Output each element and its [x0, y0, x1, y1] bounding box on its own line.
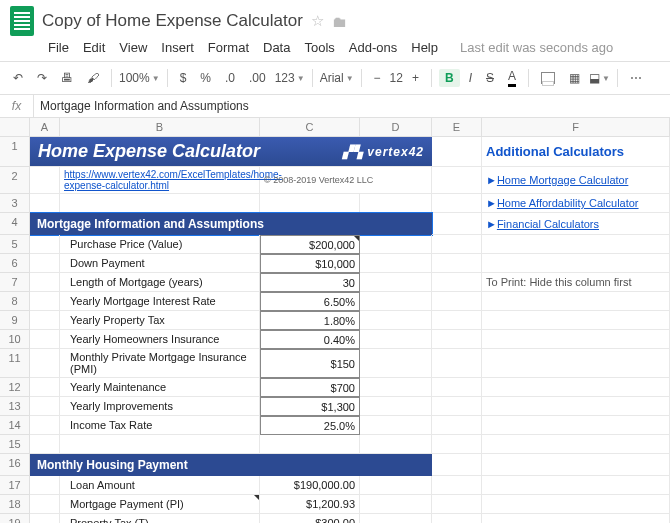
- italic-button[interactable]: I: [464, 68, 477, 88]
- row-header[interactable]: 15: [0, 435, 30, 454]
- text-color-button[interactable]: A: [503, 66, 521, 90]
- sidebar-link[interactable]: Home Affordability Calculator: [497, 197, 639, 209]
- row-header[interactable]: 16: [0, 454, 30, 476]
- menu-help[interactable]: Help: [411, 40, 438, 55]
- font-size-decrease[interactable]: −: [369, 68, 386, 88]
- toolbar: ↶ ↷ 🖶 🖌 100%▼ $ % .0 .00 123▼ Arial▼ − 1…: [0, 61, 670, 95]
- sidebar-link[interactable]: Financial Calculators: [497, 218, 599, 230]
- row-header[interactable]: 10: [0, 330, 30, 349]
- redo-button[interactable]: ↷: [32, 68, 52, 88]
- number-format-select[interactable]: 123▼: [275, 71, 305, 85]
- font-size-increase[interactable]: +: [407, 68, 424, 88]
- title-banner[interactable]: Home Expense Calculator ▞▚ vertex42: [30, 137, 432, 167]
- value-cell[interactable]: 0.40%: [260, 330, 360, 349]
- zoom-select[interactable]: 100%▼: [119, 71, 160, 85]
- menu-tools[interactable]: Tools: [304, 40, 334, 55]
- label-cell[interactable]: Yearly Mortgage Interest Rate: [60, 292, 260, 311]
- col-header-c[interactable]: C: [260, 118, 360, 137]
- merge-button[interactable]: ⬓▼: [589, 71, 610, 85]
- copyright-text: © 2008-2019 Vertex42 LLC: [260, 167, 432, 194]
- bold-button[interactable]: B: [439, 69, 460, 87]
- spreadsheet-grid[interactable]: A B C D E F 1 Home Expense Calculator ▞▚…: [0, 118, 670, 523]
- label-cell[interactable]: Loan Amount: [60, 476, 260, 495]
- value-cell[interactable]: 6.50%: [260, 292, 360, 311]
- label-cell[interactable]: Yearly Maintenance: [60, 378, 260, 397]
- menu-addons[interactable]: Add-ons: [349, 40, 397, 55]
- label-cell[interactable]: Property Tax (T): [60, 514, 260, 523]
- folder-icon[interactable]: 🖿: [332, 13, 347, 30]
- value-cell[interactable]: 25.0%: [260, 416, 360, 435]
- borders-button[interactable]: ▦: [564, 68, 585, 88]
- undo-button[interactable]: ↶: [8, 68, 28, 88]
- label-cell[interactable]: Income Tax Rate: [60, 416, 260, 435]
- menu-format[interactable]: Format: [208, 40, 249, 55]
- label-cell[interactable]: Mortgage Payment (PI): [60, 495, 260, 514]
- menu-insert[interactable]: Insert: [161, 40, 194, 55]
- font-size-value[interactable]: 12: [390, 71, 403, 85]
- row-header[interactable]: 13: [0, 397, 30, 416]
- row-header[interactable]: 1: [0, 137, 30, 167]
- paint-format-button[interactable]: 🖌: [82, 68, 104, 88]
- col-header-a[interactable]: A: [30, 118, 60, 137]
- sidebar-title: Additional Calculators: [486, 144, 624, 159]
- row-header[interactable]: 19: [0, 514, 30, 523]
- value-cell[interactable]: 1.80%: [260, 311, 360, 330]
- col-header-f[interactable]: F: [482, 118, 670, 137]
- row-header[interactable]: 5: [0, 235, 30, 254]
- row-header[interactable]: 11: [0, 349, 30, 378]
- menu-data[interactable]: Data: [263, 40, 290, 55]
- strike-button[interactable]: S: [481, 68, 499, 88]
- value-cell[interactable]: $150: [260, 349, 360, 378]
- increase-decimal-button[interactable]: .00: [244, 68, 271, 88]
- value-cell[interactable]: $1,200.93: [260, 495, 360, 514]
- row-header[interactable]: 17: [0, 476, 30, 495]
- banner-title: Home Expense Calculator: [38, 141, 260, 162]
- sidebar-link[interactable]: Home Mortgage Calculator: [497, 174, 628, 186]
- value-cell[interactable]: $190,000.00: [260, 476, 360, 495]
- col-header-e[interactable]: E: [432, 118, 482, 137]
- row-header[interactable]: 14: [0, 416, 30, 435]
- value-cell[interactable]: 30: [260, 273, 360, 292]
- row-header[interactable]: 8: [0, 292, 30, 311]
- more-toolbar-button[interactable]: ⋯: [625, 68, 647, 88]
- value-cell[interactable]: $300.00: [260, 514, 360, 523]
- row-header[interactable]: 2: [0, 167, 30, 194]
- label-cell[interactable]: Yearly Homeowners Insurance: [60, 330, 260, 349]
- row-header[interactable]: 6: [0, 254, 30, 273]
- row-header[interactable]: 9: [0, 311, 30, 330]
- label-cell[interactable]: Length of Mortgage (years): [60, 273, 260, 292]
- fill-color-button[interactable]: [536, 69, 560, 87]
- decrease-decimal-button[interactable]: .0: [220, 68, 240, 88]
- row-header[interactable]: 4: [0, 213, 30, 235]
- value-cell[interactable]: $1,300: [260, 397, 360, 416]
- section-mortgage-header[interactable]: Mortgage Information and Assumptions: [30, 213, 432, 235]
- menu-file[interactable]: File: [48, 40, 69, 55]
- currency-button[interactable]: $: [175, 68, 192, 88]
- print-button[interactable]: 🖶: [56, 68, 78, 88]
- label-cell[interactable]: Monthly Private Mortgage Insurance (PMI): [60, 349, 260, 378]
- col-header-d[interactable]: D: [360, 118, 432, 137]
- label-cell[interactable]: Yearly Property Tax: [60, 311, 260, 330]
- row-header[interactable]: 18: [0, 495, 30, 514]
- menu-edit[interactable]: Edit: [83, 40, 105, 55]
- value-cell[interactable]: $10,000: [260, 254, 360, 273]
- label-cell[interactable]: Yearly Improvements: [60, 397, 260, 416]
- doc-title[interactable]: Copy of Home Expense Calculator: [42, 11, 303, 31]
- label-cell[interactable]: Down Payment: [60, 254, 260, 273]
- sheets-logo-icon[interactable]: [10, 6, 34, 36]
- row-header[interactable]: 12: [0, 378, 30, 397]
- section-housing-header[interactable]: Monthly Housing Payment: [30, 454, 432, 476]
- row-header[interactable]: 7: [0, 273, 30, 292]
- menu-view[interactable]: View: [119, 40, 147, 55]
- row-header[interactable]: 3: [0, 194, 30, 213]
- label-cell[interactable]: Purchase Price (Value): [60, 235, 260, 254]
- value-cell[interactable]: $700: [260, 378, 360, 397]
- star-icon[interactable]: ☆: [311, 12, 324, 30]
- select-all-corner[interactable]: [0, 118, 30, 137]
- col-header-b[interactable]: B: [60, 118, 260, 137]
- percent-button[interactable]: %: [195, 68, 216, 88]
- font-select[interactable]: Arial▼: [320, 71, 354, 85]
- value-cell[interactable]: $200,000: [260, 235, 360, 254]
- template-link[interactable]: https://www.vertex42.com/ExcelTemplates/…: [60, 167, 260, 194]
- formula-bar-input[interactable]: Mortgage Information and Assumptions: [34, 95, 670, 117]
